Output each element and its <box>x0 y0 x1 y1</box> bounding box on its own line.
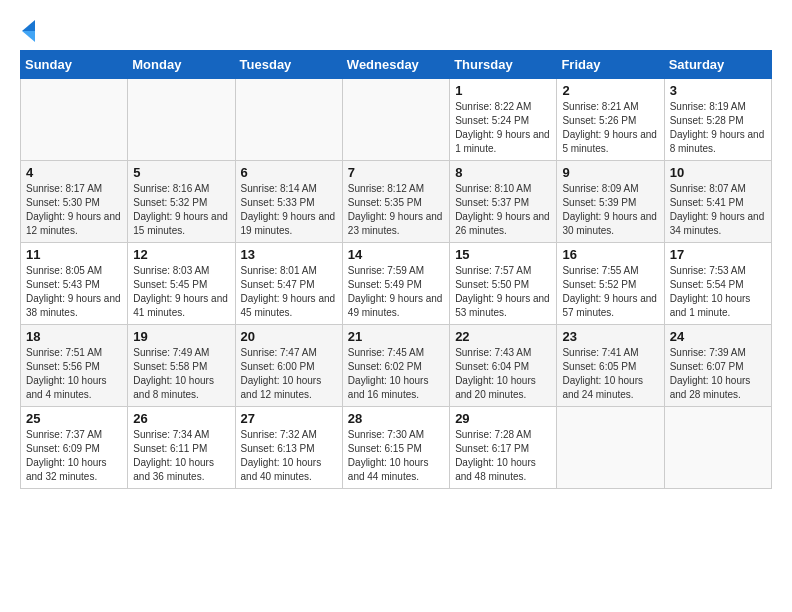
day-number: 18 <box>26 329 122 344</box>
day-number: 23 <box>562 329 658 344</box>
week-row-2: 4Sunrise: 8:17 AM Sunset: 5:30 PM Daylig… <box>21 161 772 243</box>
calendar-header-row: SundayMondayTuesdayWednesdayThursdayFrid… <box>21 51 772 79</box>
day-cell: 8Sunrise: 8:10 AM Sunset: 5:37 PM Daylig… <box>450 161 557 243</box>
day-number: 27 <box>241 411 337 426</box>
day-cell: 3Sunrise: 8:19 AM Sunset: 5:28 PM Daylig… <box>664 79 771 161</box>
day-cell: 12Sunrise: 8:03 AM Sunset: 5:45 PM Dayli… <box>128 243 235 325</box>
day-info: Sunrise: 7:47 AM Sunset: 6:00 PM Dayligh… <box>241 346 337 402</box>
logo <box>20 20 35 42</box>
day-cell <box>128 79 235 161</box>
day-number: 11 <box>26 247 122 262</box>
day-number: 6 <box>241 165 337 180</box>
day-cell: 22Sunrise: 7:43 AM Sunset: 6:04 PM Dayli… <box>450 325 557 407</box>
day-cell <box>664 407 771 489</box>
day-info: Sunrise: 8:14 AM Sunset: 5:33 PM Dayligh… <box>241 182 337 238</box>
week-row-5: 25Sunrise: 7:37 AM Sunset: 6:09 PM Dayli… <box>21 407 772 489</box>
day-info: Sunrise: 8:12 AM Sunset: 5:35 PM Dayligh… <box>348 182 444 238</box>
day-cell: 25Sunrise: 7:37 AM Sunset: 6:09 PM Dayli… <box>21 407 128 489</box>
day-info: Sunrise: 8:21 AM Sunset: 5:26 PM Dayligh… <box>562 100 658 156</box>
day-number: 15 <box>455 247 551 262</box>
day-cell: 24Sunrise: 7:39 AM Sunset: 6:07 PM Dayli… <box>664 325 771 407</box>
day-info: Sunrise: 7:28 AM Sunset: 6:17 PM Dayligh… <box>455 428 551 484</box>
day-info: Sunrise: 8:01 AM Sunset: 5:47 PM Dayligh… <box>241 264 337 320</box>
week-row-4: 18Sunrise: 7:51 AM Sunset: 5:56 PM Dayli… <box>21 325 772 407</box>
day-info: Sunrise: 8:05 AM Sunset: 5:43 PM Dayligh… <box>26 264 122 320</box>
day-number: 21 <box>348 329 444 344</box>
day-cell <box>342 79 449 161</box>
day-number: 29 <box>455 411 551 426</box>
day-cell: 15Sunrise: 7:57 AM Sunset: 5:50 PM Dayli… <box>450 243 557 325</box>
day-number: 16 <box>562 247 658 262</box>
day-number: 5 <box>133 165 229 180</box>
day-info: Sunrise: 8:22 AM Sunset: 5:24 PM Dayligh… <box>455 100 551 156</box>
day-info: Sunrise: 7:49 AM Sunset: 5:58 PM Dayligh… <box>133 346 229 402</box>
day-cell: 1Sunrise: 8:22 AM Sunset: 5:24 PM Daylig… <box>450 79 557 161</box>
day-info: Sunrise: 7:32 AM Sunset: 6:13 PM Dayligh… <box>241 428 337 484</box>
day-cell: 13Sunrise: 8:01 AM Sunset: 5:47 PM Dayli… <box>235 243 342 325</box>
day-cell <box>21 79 128 161</box>
page: SundayMondayTuesdayWednesdayThursdayFrid… <box>0 0 792 505</box>
day-number: 10 <box>670 165 766 180</box>
day-cell: 19Sunrise: 7:49 AM Sunset: 5:58 PM Dayli… <box>128 325 235 407</box>
day-number: 17 <box>670 247 766 262</box>
day-info: Sunrise: 7:37 AM Sunset: 6:09 PM Dayligh… <box>26 428 122 484</box>
day-number: 8 <box>455 165 551 180</box>
day-number: 22 <box>455 329 551 344</box>
day-cell: 16Sunrise: 7:55 AM Sunset: 5:52 PM Dayli… <box>557 243 664 325</box>
day-number: 25 <box>26 411 122 426</box>
day-number: 28 <box>348 411 444 426</box>
day-number: 9 <box>562 165 658 180</box>
day-info: Sunrise: 7:55 AM Sunset: 5:52 PM Dayligh… <box>562 264 658 320</box>
day-info: Sunrise: 8:19 AM Sunset: 5:28 PM Dayligh… <box>670 100 766 156</box>
day-cell: 23Sunrise: 7:41 AM Sunset: 6:05 PM Dayli… <box>557 325 664 407</box>
header <box>20 16 772 42</box>
day-number: 13 <box>241 247 337 262</box>
day-number: 24 <box>670 329 766 344</box>
day-number: 3 <box>670 83 766 98</box>
day-cell <box>235 79 342 161</box>
day-cell: 21Sunrise: 7:45 AM Sunset: 6:02 PM Dayli… <box>342 325 449 407</box>
day-number: 19 <box>133 329 229 344</box>
day-cell: 11Sunrise: 8:05 AM Sunset: 5:43 PM Dayli… <box>21 243 128 325</box>
day-info: Sunrise: 7:39 AM Sunset: 6:07 PM Dayligh… <box>670 346 766 402</box>
day-info: Sunrise: 7:57 AM Sunset: 5:50 PM Dayligh… <box>455 264 551 320</box>
day-info: Sunrise: 8:07 AM Sunset: 5:41 PM Dayligh… <box>670 182 766 238</box>
calendar-table: SundayMondayTuesdayWednesdayThursdayFrid… <box>20 50 772 489</box>
day-number: 4 <box>26 165 122 180</box>
day-info: Sunrise: 8:16 AM Sunset: 5:32 PM Dayligh… <box>133 182 229 238</box>
day-cell: 18Sunrise: 7:51 AM Sunset: 5:56 PM Dayli… <box>21 325 128 407</box>
col-header-tuesday: Tuesday <box>235 51 342 79</box>
day-cell: 5Sunrise: 8:16 AM Sunset: 5:32 PM Daylig… <box>128 161 235 243</box>
day-cell: 14Sunrise: 7:59 AM Sunset: 5:49 PM Dayli… <box>342 243 449 325</box>
day-info: Sunrise: 7:43 AM Sunset: 6:04 PM Dayligh… <box>455 346 551 402</box>
day-info: Sunrise: 8:17 AM Sunset: 5:30 PM Dayligh… <box>26 182 122 238</box>
day-info: Sunrise: 8:10 AM Sunset: 5:37 PM Dayligh… <box>455 182 551 238</box>
day-cell: 27Sunrise: 7:32 AM Sunset: 6:13 PM Dayli… <box>235 407 342 489</box>
col-header-sunday: Sunday <box>21 51 128 79</box>
day-info: Sunrise: 7:53 AM Sunset: 5:54 PM Dayligh… <box>670 264 766 320</box>
col-header-monday: Monday <box>128 51 235 79</box>
week-row-3: 11Sunrise: 8:05 AM Sunset: 5:43 PM Dayli… <box>21 243 772 325</box>
day-info: Sunrise: 7:41 AM Sunset: 6:05 PM Dayligh… <box>562 346 658 402</box>
day-cell: 2Sunrise: 8:21 AM Sunset: 5:26 PM Daylig… <box>557 79 664 161</box>
day-cell: 7Sunrise: 8:12 AM Sunset: 5:35 PM Daylig… <box>342 161 449 243</box>
col-header-friday: Friday <box>557 51 664 79</box>
day-cell: 26Sunrise: 7:34 AM Sunset: 6:11 PM Dayli… <box>128 407 235 489</box>
day-cell: 9Sunrise: 8:09 AM Sunset: 5:39 PM Daylig… <box>557 161 664 243</box>
day-info: Sunrise: 8:09 AM Sunset: 5:39 PM Dayligh… <box>562 182 658 238</box>
day-number: 14 <box>348 247 444 262</box>
day-number: 20 <box>241 329 337 344</box>
day-info: Sunrise: 8:03 AM Sunset: 5:45 PM Dayligh… <box>133 264 229 320</box>
day-info: Sunrise: 7:59 AM Sunset: 5:49 PM Dayligh… <box>348 264 444 320</box>
col-header-saturday: Saturday <box>664 51 771 79</box>
day-info: Sunrise: 7:51 AM Sunset: 5:56 PM Dayligh… <box>26 346 122 402</box>
day-number: 26 <box>133 411 229 426</box>
col-header-thursday: Thursday <box>450 51 557 79</box>
day-cell: 4Sunrise: 8:17 AM Sunset: 5:30 PM Daylig… <box>21 161 128 243</box>
day-info: Sunrise: 7:34 AM Sunset: 6:11 PM Dayligh… <box>133 428 229 484</box>
day-cell: 20Sunrise: 7:47 AM Sunset: 6:00 PM Dayli… <box>235 325 342 407</box>
day-cell: 6Sunrise: 8:14 AM Sunset: 5:33 PM Daylig… <box>235 161 342 243</box>
day-info: Sunrise: 7:45 AM Sunset: 6:02 PM Dayligh… <box>348 346 444 402</box>
day-cell: 29Sunrise: 7:28 AM Sunset: 6:17 PM Dayli… <box>450 407 557 489</box>
day-number: 2 <box>562 83 658 98</box>
